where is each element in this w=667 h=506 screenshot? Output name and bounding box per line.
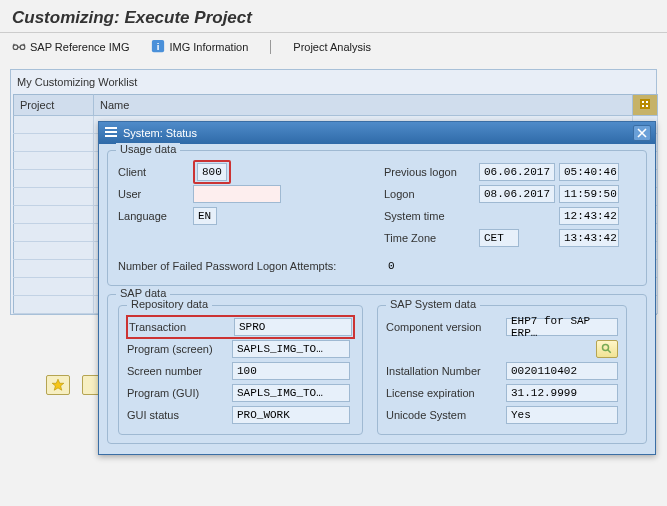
language-value: EN bbox=[193, 207, 217, 225]
transaction-value: SPRO bbox=[234, 318, 352, 336]
toolbar-label: SAP Reference IMG bbox=[30, 41, 129, 53]
transaction-label: Transaction bbox=[129, 321, 234, 333]
svg-marker-9 bbox=[52, 379, 64, 390]
program-screen-label: Program (screen) bbox=[127, 343, 232, 355]
svg-rect-8 bbox=[646, 105, 648, 107]
program-gui-value: SAPLS_IMG_TO… bbox=[232, 384, 350, 402]
page-header: Customizing: Execute Project bbox=[0, 0, 667, 33]
glasses-icon bbox=[12, 39, 26, 55]
user-label: User bbox=[118, 188, 193, 200]
svg-rect-10 bbox=[105, 127, 117, 129]
svg-rect-7 bbox=[642, 105, 644, 107]
logon-label: Logon bbox=[384, 188, 479, 200]
systime-value: 12:43:42 bbox=[559, 207, 619, 225]
tz-label: Time Zone bbox=[384, 232, 479, 244]
program-gui-label: Program (GUI) bbox=[127, 387, 232, 399]
dialog-title: System: Status bbox=[123, 127, 197, 139]
unicode-label: Unicode System bbox=[386, 409, 506, 421]
project-analysis-button[interactable]: Project Analysis bbox=[293, 41, 371, 53]
svg-text:i: i bbox=[157, 41, 160, 52]
highlight-frame: 800 bbox=[193, 160, 231, 184]
page-title: Customizing: Execute Project bbox=[12, 8, 655, 28]
subgroup-title: Repository data bbox=[127, 298, 212, 310]
col-name[interactable]: Name bbox=[94, 95, 633, 116]
language-label: Language bbox=[118, 210, 193, 222]
client-label: Client bbox=[118, 166, 193, 178]
tz-time: 13:43:42 bbox=[559, 229, 619, 247]
sap-reference-img-button[interactable]: SAP Reference IMG bbox=[12, 39, 129, 55]
toolbar-label: Project Analysis bbox=[293, 41, 371, 53]
comp-ver-value: EHP7 for SAP ERP… bbox=[506, 318, 618, 336]
subgroup-title: SAP System data bbox=[386, 298, 480, 310]
unicode-value: Yes bbox=[506, 406, 618, 424]
table-settings-button[interactable] bbox=[633, 95, 658, 116]
svg-rect-4 bbox=[640, 99, 650, 109]
search-button[interactable] bbox=[596, 340, 618, 358]
prev-logon-time: 05:40:46 bbox=[559, 163, 619, 181]
lic-exp-value: 31.12.9999 bbox=[506, 384, 618, 402]
logon-time: 11:59:50 bbox=[559, 185, 619, 203]
svg-rect-12 bbox=[105, 135, 117, 137]
repository-data-group: Repository data Transaction SPRO Program… bbox=[118, 305, 363, 435]
worklist-title: My Customizing Worklist bbox=[11, 72, 656, 94]
svg-point-13 bbox=[603, 345, 609, 351]
col-project[interactable]: Project bbox=[14, 95, 94, 116]
favorite-button[interactable] bbox=[46, 375, 70, 395]
system-status-dialog: System: Status Usage data Client 800 Use… bbox=[98, 121, 656, 455]
group-title: Usage data bbox=[116, 143, 180, 155]
failed-value: 0 bbox=[388, 260, 395, 272]
screen-no-label: Screen number bbox=[127, 365, 232, 377]
inst-no-value: 0020110402 bbox=[506, 362, 618, 380]
user-value bbox=[193, 185, 281, 203]
close-button[interactable] bbox=[633, 125, 651, 141]
gui-status-label: GUI status bbox=[127, 409, 232, 421]
tz-value: CET bbox=[479, 229, 519, 247]
usage-data-group: Usage data Client 800 User Language bbox=[107, 150, 647, 286]
inst-no-label: Installation Number bbox=[386, 365, 506, 377]
lic-exp-label: License expiration bbox=[386, 387, 506, 399]
svg-rect-5 bbox=[642, 101, 644, 103]
sap-data-group: SAP data Repository data Transaction SPR… bbox=[107, 294, 647, 444]
img-information-button[interactable]: i IMG Information bbox=[151, 39, 248, 55]
toolbar: SAP Reference IMG i IMG Information Proj… bbox=[0, 33, 667, 61]
svg-rect-6 bbox=[646, 101, 648, 103]
failed-label: Number of Failed Password Logon Attempts… bbox=[118, 260, 388, 272]
gui-status-value: PRO_WORK bbox=[232, 406, 350, 424]
window-list-icon bbox=[105, 126, 117, 140]
dialog-titlebar[interactable]: System: Status bbox=[99, 122, 655, 144]
prev-logon-label: Previous logon bbox=[384, 166, 479, 178]
client-value: 800 bbox=[197, 163, 227, 181]
logon-date: 08.06.2017 bbox=[479, 185, 555, 203]
comp-ver-label: Component version bbox=[386, 321, 506, 333]
info-icon: i bbox=[151, 39, 165, 55]
prev-logon-date: 06.06.2017 bbox=[479, 163, 555, 181]
divider bbox=[270, 40, 271, 54]
sap-system-data-group: SAP System data Component version EHP7 f… bbox=[377, 305, 627, 435]
systime-label: System time bbox=[384, 210, 479, 222]
screen-no-value: 100 bbox=[232, 362, 350, 380]
svg-rect-11 bbox=[105, 131, 117, 133]
program-screen-value: SAPLS_IMG_TO… bbox=[232, 340, 350, 358]
toolbar-label: IMG Information bbox=[169, 41, 248, 53]
